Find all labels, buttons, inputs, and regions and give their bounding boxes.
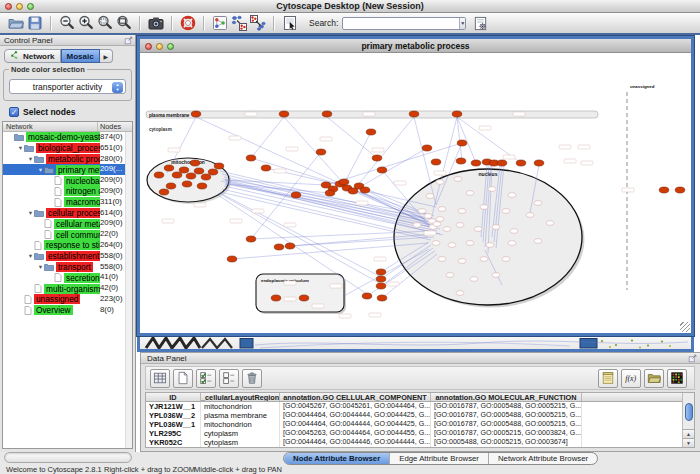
table-cell[interactable]: YDR039C__1 xyxy=(146,447,201,448)
table-cell[interactable]: [GO:0016787, GO:0005215, GO:0003824, G..… xyxy=(431,429,582,438)
expand-triangle-icon[interactable]: ▼ xyxy=(17,145,24,151)
table-cell[interactable]: [GO:0005488, GO:0005215, GO:0003674] xyxy=(431,438,582,447)
zoom-out-button[interactable] xyxy=(57,14,76,33)
tab-network[interactable]: Network xyxy=(4,49,61,63)
zoom-in-button[interactable] xyxy=(76,14,95,33)
expand-triangle-icon[interactable]: ▼ xyxy=(37,167,44,173)
function-builder-button[interactable]: f(x) xyxy=(621,369,641,388)
table-cell[interactable]: cytoplasm xyxy=(201,438,280,447)
zoom-selected-region-button[interactable] xyxy=(95,14,114,33)
table-cell[interactable]: mitochondrion xyxy=(201,420,280,429)
table-cell[interactable]: cytoplasm xyxy=(201,429,280,438)
tree-row-cellular-process[interactable]: ▼cellular process614(0) xyxy=(3,208,132,219)
tree-row-transport[interactable]: ▼transport558(0) xyxy=(3,262,132,273)
create-attribute-button[interactable] xyxy=(173,369,193,388)
tree-row-macromolecule[interactable]: macromolecule311(0) xyxy=(3,197,132,208)
unselect-all-attributes-button[interactable] xyxy=(219,369,239,388)
table-row[interactable]: YPL036W__1mitochondrion[GO:0044464, GO:0… xyxy=(146,420,694,429)
zoom-window-button[interactable] xyxy=(27,3,34,10)
tree-row-metabolic-process[interactable]: ▼metabolic process280(0) xyxy=(3,154,132,165)
table-cell[interactable]: [GO:0044464, GO:0044446, GO:0044444, G..… xyxy=(280,438,431,447)
table-cell[interactable]: [GO:0044464, GO:0044444, GO:0044425, G..… xyxy=(280,411,431,420)
select-nodes-checkbox[interactable]: ✓ xyxy=(9,107,19,117)
scroll-up-button[interactable]: ▲ xyxy=(683,429,694,438)
table-row[interactable]: YDR039C__1mitochondrion[GO:0044464, GO:0… xyxy=(146,447,694,448)
save-session-button[interactable] xyxy=(25,14,44,33)
table-cell[interactable]: YKR052C xyxy=(146,438,201,447)
table-scrollbar-thumb[interactable] xyxy=(685,403,693,421)
background-network-window[interactable] xyxy=(137,336,694,352)
close-button[interactable] xyxy=(5,3,12,10)
delete-attribute-button[interactable] xyxy=(242,369,262,388)
table-scrollbar[interactable]: ▲ ▼ xyxy=(682,393,694,447)
table-row[interactable]: YLR295Ccytoplasm[GO:0045263, GO:0044464,… xyxy=(146,429,694,438)
tree-row-nucleobase-[interactable]: nucleobase-209(0) xyxy=(3,175,132,186)
table-cell[interactable]: [GO:0016787, GO:0005488, GO:0005215, G..… xyxy=(431,402,582,411)
tree-row-unassigned[interactable]: unassigned223(0) xyxy=(3,294,132,305)
tab-mosaic[interactable]: Mosaic xyxy=(61,49,100,63)
create-network-view-button[interactable] xyxy=(229,14,248,33)
network-view-titlebar[interactable]: primary metabolic process xyxy=(140,39,691,53)
search-config-button[interactable] xyxy=(471,14,490,33)
expand-triangle-icon[interactable]: ▼ xyxy=(27,156,34,162)
table-row[interactable]: YKR052Ccytoplasm[GO:0044464, GO:0044446,… xyxy=(146,438,694,447)
table-cell[interactable]: YJR121W__1 xyxy=(146,402,201,411)
tree-row-cellular-metabol[interactable]: cellular metabol209(0) xyxy=(3,218,132,229)
view-minimize-button[interactable] xyxy=(156,43,163,50)
table-cell[interactable]: [GO:0016787, GO:0005488, GO:0005215, G..… xyxy=(431,447,582,448)
table-cell[interactable]: [GO:0044464, GO:0044444, GO:0044425, G..… xyxy=(280,420,431,429)
network-overview-button[interactable] xyxy=(210,14,229,33)
tree-row-response-to-stimulu[interactable]: response to stimulu264(0) xyxy=(3,240,132,251)
tab-network-attribute-browser[interactable]: Network Attribute Browser xyxy=(489,453,597,464)
table-cell[interactable]: plasma membrane xyxy=(201,411,280,420)
expand-triangle-icon[interactable]: ▼ xyxy=(27,253,34,259)
view-zoom-button[interactable] xyxy=(167,43,174,50)
table-cell[interactable]: [GO:0016787, GO:0005488, GO:0005215, G..… xyxy=(431,420,582,429)
tab-node-attribute-browser[interactable]: Node Attribute Browser xyxy=(284,453,390,464)
tree-row-overview[interactable]: Overview8(0) xyxy=(3,305,132,316)
annotation-tool-button[interactable] xyxy=(280,14,299,33)
column-header-3[interactable]: annotation.GO CELLULAR_COMPONENT xyxy=(280,393,431,401)
attribute-matrix-button[interactable] xyxy=(667,369,687,388)
column-header-4[interactable]: annotation.GO MOLECULAR_FUNCTION xyxy=(431,393,582,401)
table-cell[interactable]: [GO:0045267, GO:0045261, GO:0044464, G..… xyxy=(280,402,431,411)
attribute-editor-button[interactable] xyxy=(598,369,618,388)
import-attributes-button[interactable] xyxy=(644,369,664,388)
search-input[interactable] xyxy=(343,18,459,29)
table-row[interactable]: YJR121W__1mitochondrion[GO:0045267, GO:0… xyxy=(146,402,694,411)
tree-row-multi-organism-pro[interactable]: multi-organism pro42(0) xyxy=(3,283,132,294)
tree-row-nitrogen-compo[interactable]: nitrogen compo209(0) xyxy=(3,186,132,197)
table-cell[interactable]: [GO:0016787, GO:0005488, GO:0005215, G..… xyxy=(431,411,582,420)
tree-row-biological-process[interactable]: ▼biological_process651(0) xyxy=(3,143,132,154)
table-cell[interactable]: YLR295C xyxy=(146,429,201,438)
network-snapshot-button[interactable] xyxy=(146,14,165,33)
minimize-button[interactable] xyxy=(16,3,23,10)
table-cell[interactable]: YPL036W__1 xyxy=(146,420,201,429)
tab-edge-attribute-browser[interactable]: Edge Attribute Browser xyxy=(390,453,489,464)
resize-grip[interactable] xyxy=(680,322,690,332)
destroy-network-view-button[interactable] xyxy=(248,14,267,33)
tree-column-network[interactable]: Network xyxy=(3,122,98,131)
column-header-1[interactable]: ID xyxy=(146,393,201,401)
zoom-fit-network-button[interactable] xyxy=(114,14,133,33)
column-header-2[interactable]: _cellularLayoutRegion xyxy=(201,393,280,401)
expand-triangle-icon[interactable]: ▼ xyxy=(27,210,34,216)
tree-row-establishment-of-lo[interactable]: ▼establishment of lo558(0) xyxy=(3,251,132,262)
select-all-attributes-button[interactable] xyxy=(196,369,216,388)
search-field[interactable]: ▼ xyxy=(342,17,466,30)
expand-triangle-icon[interactable]: ▼ xyxy=(37,264,44,270)
table-row[interactable]: YPL036W__2plasma membrane[GO:0044464, GO… xyxy=(146,411,694,420)
network-canvas[interactable]: plasma membranecytoplasmmitochondrionnuc… xyxy=(140,53,691,333)
select-attributes-button[interactable] xyxy=(150,369,170,388)
help-lifering-button[interactable] xyxy=(178,14,197,33)
tree-row-secretion[interactable]: secretion41(0) xyxy=(3,272,132,283)
tree-scrollbar[interactable] xyxy=(125,132,132,448)
open-session-button[interactable] xyxy=(6,14,25,33)
tree-row-mosaic-demo-yeast[interactable]: mosaic-demo-yeast874(0) xyxy=(3,132,132,143)
scroll-down-button[interactable]: ▼ xyxy=(683,438,694,447)
table-cell[interactable]: [GO:0045263, GO:0044464, GO:0044455, G..… xyxy=(280,429,431,438)
node-color-combobox[interactable]: transporter activity ▲▼ xyxy=(9,79,126,94)
search-dropdown-arrow[interactable]: ▼ xyxy=(459,18,465,29)
tab-overflow-arrow[interactable]: ▶ xyxy=(100,49,113,63)
table-cell[interactable]: mitochondrion xyxy=(201,402,280,411)
